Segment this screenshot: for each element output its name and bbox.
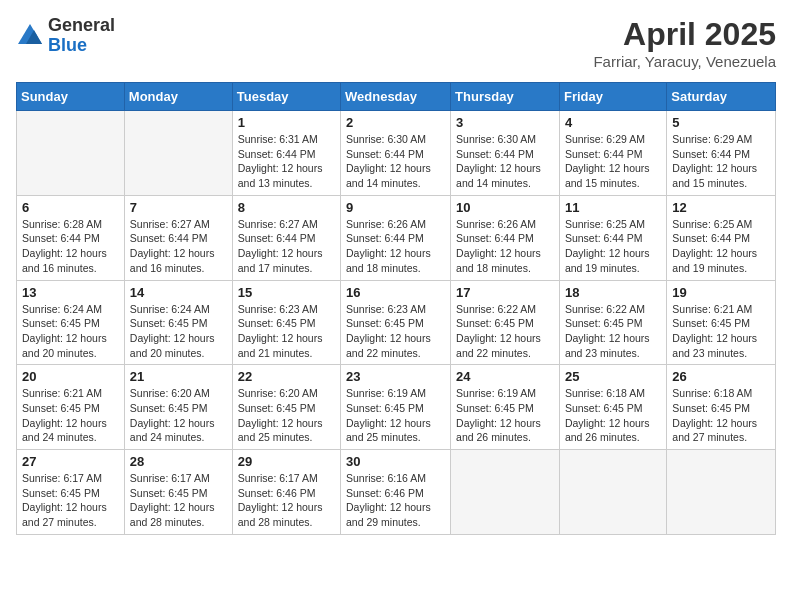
calendar-cell (559, 450, 666, 535)
day-info: Sunrise: 6:22 AMSunset: 6:45 PMDaylight:… (456, 302, 554, 361)
day-number: 29 (238, 454, 335, 469)
day-info: Sunrise: 6:21 AMSunset: 6:45 PMDaylight:… (22, 386, 119, 445)
day-number: 18 (565, 285, 661, 300)
day-number: 19 (672, 285, 770, 300)
day-info: Sunrise: 6:20 AMSunset: 6:45 PMDaylight:… (130, 386, 227, 445)
day-info: Sunrise: 6:17 AMSunset: 6:46 PMDaylight:… (238, 471, 335, 530)
calendar-header: SundayMondayTuesdayWednesdayThursdayFrid… (17, 83, 776, 111)
day-number: 21 (130, 369, 227, 384)
day-info: Sunrise: 6:23 AMSunset: 6:45 PMDaylight:… (238, 302, 335, 361)
logo-icon (16, 22, 44, 50)
day-info: Sunrise: 6:30 AMSunset: 6:44 PMDaylight:… (346, 132, 445, 191)
calendar-cell: 12Sunrise: 6:25 AMSunset: 6:44 PMDayligh… (667, 195, 776, 280)
calendar-cell (124, 111, 232, 196)
calendar-cell: 15Sunrise: 6:23 AMSunset: 6:45 PMDayligh… (232, 280, 340, 365)
weekday-header: Monday (124, 83, 232, 111)
day-number: 8 (238, 200, 335, 215)
day-info: Sunrise: 6:23 AMSunset: 6:45 PMDaylight:… (346, 302, 445, 361)
day-number: 17 (456, 285, 554, 300)
calendar-cell: 30Sunrise: 6:16 AMSunset: 6:46 PMDayligh… (341, 450, 451, 535)
calendar-cell: 20Sunrise: 6:21 AMSunset: 6:45 PMDayligh… (17, 365, 125, 450)
day-info: Sunrise: 6:27 AMSunset: 6:44 PMDaylight:… (130, 217, 227, 276)
day-number: 10 (456, 200, 554, 215)
calendar-week-row: 27Sunrise: 6:17 AMSunset: 6:45 PMDayligh… (17, 450, 776, 535)
day-number: 1 (238, 115, 335, 130)
day-info: Sunrise: 6:21 AMSunset: 6:45 PMDaylight:… (672, 302, 770, 361)
title-area: April 2025 Farriar, Yaracuy, Venezuela (593, 16, 776, 70)
page-header: General Blue April 2025 Farriar, Yaracuy… (16, 16, 776, 70)
day-info: Sunrise: 6:29 AMSunset: 6:44 PMDaylight:… (672, 132, 770, 191)
logo-blue: Blue (48, 36, 115, 56)
day-info: Sunrise: 6:22 AMSunset: 6:45 PMDaylight:… (565, 302, 661, 361)
calendar-subtitle: Farriar, Yaracuy, Venezuela (593, 53, 776, 70)
day-info: Sunrise: 6:28 AMSunset: 6:44 PMDaylight:… (22, 217, 119, 276)
weekday-header: Thursday (451, 83, 560, 111)
day-number: 16 (346, 285, 445, 300)
logo-text: General Blue (48, 16, 115, 56)
day-info: Sunrise: 6:24 AMSunset: 6:45 PMDaylight:… (22, 302, 119, 361)
calendar-cell: 14Sunrise: 6:24 AMSunset: 6:45 PMDayligh… (124, 280, 232, 365)
day-number: 25 (565, 369, 661, 384)
calendar-cell: 5Sunrise: 6:29 AMSunset: 6:44 PMDaylight… (667, 111, 776, 196)
calendar-cell: 27Sunrise: 6:17 AMSunset: 6:45 PMDayligh… (17, 450, 125, 535)
day-info: Sunrise: 6:26 AMSunset: 6:44 PMDaylight:… (346, 217, 445, 276)
calendar-week-row: 6Sunrise: 6:28 AMSunset: 6:44 PMDaylight… (17, 195, 776, 280)
logo-general: General (48, 16, 115, 36)
day-number: 11 (565, 200, 661, 215)
calendar-table: SundayMondayTuesdayWednesdayThursdayFrid… (16, 82, 776, 535)
calendar-cell (451, 450, 560, 535)
calendar-cell: 23Sunrise: 6:19 AMSunset: 6:45 PMDayligh… (341, 365, 451, 450)
calendar-cell: 3Sunrise: 6:30 AMSunset: 6:44 PMDaylight… (451, 111, 560, 196)
day-info: Sunrise: 6:17 AMSunset: 6:45 PMDaylight:… (130, 471, 227, 530)
calendar-cell: 7Sunrise: 6:27 AMSunset: 6:44 PMDaylight… (124, 195, 232, 280)
day-number: 15 (238, 285, 335, 300)
day-number: 24 (456, 369, 554, 384)
weekday-header: Wednesday (341, 83, 451, 111)
weekday-header: Friday (559, 83, 666, 111)
day-number: 9 (346, 200, 445, 215)
day-info: Sunrise: 6:20 AMSunset: 6:45 PMDaylight:… (238, 386, 335, 445)
calendar-cell: 11Sunrise: 6:25 AMSunset: 6:44 PMDayligh… (559, 195, 666, 280)
day-number: 5 (672, 115, 770, 130)
calendar-cell: 21Sunrise: 6:20 AMSunset: 6:45 PMDayligh… (124, 365, 232, 450)
day-number: 12 (672, 200, 770, 215)
calendar-cell: 22Sunrise: 6:20 AMSunset: 6:45 PMDayligh… (232, 365, 340, 450)
day-info: Sunrise: 6:26 AMSunset: 6:44 PMDaylight:… (456, 217, 554, 276)
day-number: 6 (22, 200, 119, 215)
weekday-header: Tuesday (232, 83, 340, 111)
calendar-cell: 13Sunrise: 6:24 AMSunset: 6:45 PMDayligh… (17, 280, 125, 365)
calendar-week-row: 13Sunrise: 6:24 AMSunset: 6:45 PMDayligh… (17, 280, 776, 365)
day-info: Sunrise: 6:18 AMSunset: 6:45 PMDaylight:… (672, 386, 770, 445)
day-info: Sunrise: 6:24 AMSunset: 6:45 PMDaylight:… (130, 302, 227, 361)
day-number: 4 (565, 115, 661, 130)
calendar-week-row: 20Sunrise: 6:21 AMSunset: 6:45 PMDayligh… (17, 365, 776, 450)
calendar-cell (17, 111, 125, 196)
calendar-cell: 25Sunrise: 6:18 AMSunset: 6:45 PMDayligh… (559, 365, 666, 450)
day-info: Sunrise: 6:18 AMSunset: 6:45 PMDaylight:… (565, 386, 661, 445)
day-info: Sunrise: 6:25 AMSunset: 6:44 PMDaylight:… (565, 217, 661, 276)
calendar-cell: 10Sunrise: 6:26 AMSunset: 6:44 PMDayligh… (451, 195, 560, 280)
calendar-title: April 2025 (593, 16, 776, 53)
calendar-week-row: 1Sunrise: 6:31 AMSunset: 6:44 PMDaylight… (17, 111, 776, 196)
day-number: 14 (130, 285, 227, 300)
calendar-cell: 4Sunrise: 6:29 AMSunset: 6:44 PMDaylight… (559, 111, 666, 196)
day-info: Sunrise: 6:19 AMSunset: 6:45 PMDaylight:… (346, 386, 445, 445)
day-number: 20 (22, 369, 119, 384)
day-number: 2 (346, 115, 445, 130)
calendar-cell: 28Sunrise: 6:17 AMSunset: 6:45 PMDayligh… (124, 450, 232, 535)
calendar-cell: 9Sunrise: 6:26 AMSunset: 6:44 PMDaylight… (341, 195, 451, 280)
day-number: 7 (130, 200, 227, 215)
day-info: Sunrise: 6:30 AMSunset: 6:44 PMDaylight:… (456, 132, 554, 191)
day-number: 13 (22, 285, 119, 300)
calendar-cell: 26Sunrise: 6:18 AMSunset: 6:45 PMDayligh… (667, 365, 776, 450)
calendar-cell (667, 450, 776, 535)
calendar-cell: 24Sunrise: 6:19 AMSunset: 6:45 PMDayligh… (451, 365, 560, 450)
day-info: Sunrise: 6:27 AMSunset: 6:44 PMDaylight:… (238, 217, 335, 276)
calendar-cell: 19Sunrise: 6:21 AMSunset: 6:45 PMDayligh… (667, 280, 776, 365)
calendar-cell: 17Sunrise: 6:22 AMSunset: 6:45 PMDayligh… (451, 280, 560, 365)
day-number: 3 (456, 115, 554, 130)
day-number: 26 (672, 369, 770, 384)
weekday-header: Sunday (17, 83, 125, 111)
logo: General Blue (16, 16, 115, 56)
day-info: Sunrise: 6:25 AMSunset: 6:44 PMDaylight:… (672, 217, 770, 276)
